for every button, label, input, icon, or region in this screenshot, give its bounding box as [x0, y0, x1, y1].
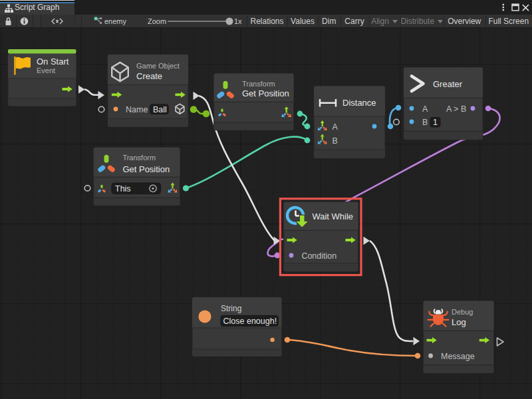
svg-text:Transform: Transform	[242, 80, 275, 88]
svg-text:Create: Create	[136, 71, 162, 81]
svg-text:Ball: Ball	[153, 105, 167, 114]
svg-text:Transform: Transform	[122, 154, 156, 162]
svg-text:Greater: Greater	[433, 79, 463, 89]
svg-text:Message: Message	[441, 352, 475, 361]
svg-text:Get Position: Get Position	[242, 88, 289, 98]
svg-text:Close enough!: Close enough!	[223, 317, 277, 326]
svg-text:Event: Event	[37, 66, 55, 74]
svg-text:Distance: Distance	[342, 98, 376, 108]
svg-text:B: B	[422, 118, 428, 127]
svg-text:Game Object: Game Object	[136, 62, 180, 70]
svg-text:Get Position: Get Position	[122, 164, 170, 174]
svg-text:Wait While: Wait While	[312, 211, 353, 221]
svg-text:A > B: A > B	[446, 104, 466, 114]
svg-text:A: A	[332, 122, 338, 132]
svg-text:On Start: On Start	[37, 57, 69, 66]
svg-text:1: 1	[433, 118, 438, 127]
svg-text:Debug: Debug	[452, 308, 473, 316]
svg-text:Log: Log	[452, 317, 466, 327]
svg-text:String: String	[221, 304, 241, 313]
svg-text:A: A	[422, 104, 428, 114]
svg-text:Condition: Condition	[301, 251, 336, 261]
svg-text:This: This	[115, 184, 131, 194]
svg-text:Name: Name	[126, 105, 148, 114]
svg-text:B: B	[332, 136, 337, 146]
